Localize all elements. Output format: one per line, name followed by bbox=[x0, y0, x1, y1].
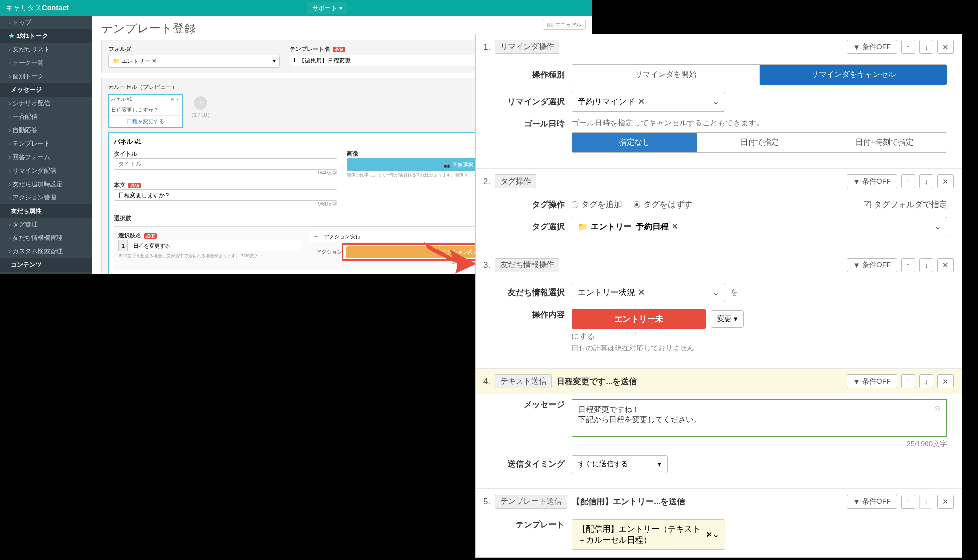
clear-icon[interactable]: ✕ bbox=[638, 97, 645, 107]
friend-info-select[interactable]: エントリー状況✕ ⌄ bbox=[572, 283, 725, 302]
panel-preview-card[interactable]: パネル #1⎘ ＋ 日程変更しますか？ 日程を変更する bbox=[108, 94, 183, 128]
clear-icon[interactable]: ✕ bbox=[672, 222, 678, 232]
operation-kind-segment[interactable]: リマインダを開始 リマインダをキャンセル bbox=[572, 64, 947, 85]
sidebar: トップ 1対1トーク 友だちリスト トーク一覧 個別トーク メッセージ シナリオ… bbox=[0, 16, 92, 274]
body-input[interactable] bbox=[114, 189, 337, 201]
seg-goal-date[interactable]: 日付で指定 bbox=[697, 133, 822, 152]
step-friend-info: 3. 友だち情報操作 ▼条件OFF ↑ ↓ ✕ 友だち情報選択 エントリー状況✕… bbox=[476, 252, 962, 369]
reminder-select[interactable]: 予約リマインド✕ ⌄ bbox=[572, 92, 725, 112]
chevron-down-icon: ⌄ bbox=[712, 530, 719, 540]
nav-media-list[interactable]: 登録メディア一覧 bbox=[0, 272, 92, 274]
nav-autoreply[interactable]: 自動応答 bbox=[0, 124, 92, 137]
emoji-icon[interactable]: ☺ bbox=[933, 404, 941, 413]
nav-individual-talk[interactable]: 個別トーク bbox=[0, 70, 92, 83]
checkbox-tag-folder[interactable]: タグフォルダで指定 bbox=[864, 199, 947, 210]
folder-select[interactable]: 📁 エントリー✕ ▾ bbox=[108, 55, 280, 68]
action-label: アクション bbox=[309, 249, 343, 256]
move-down-button[interactable]: ↓ bbox=[919, 374, 934, 388]
nav-custom-search[interactable]: カスタム検索管理 bbox=[0, 245, 92, 258]
seg-goal-datetime[interactable]: 日付+時刻で指定 bbox=[822, 133, 947, 152]
nav-friend-add-setting[interactable]: 友だち追加時設定 bbox=[0, 177, 92, 191]
condition-off-button[interactable]: ▼条件OFF bbox=[847, 174, 897, 188]
nav-section-message: メッセージ bbox=[0, 83, 92, 97]
message-textarea[interactable]: 日程変更ですね！ 下記から日程を変更してください。☺ bbox=[572, 399, 947, 437]
move-down-button[interactable]: ↓ bbox=[919, 174, 934, 188]
folder-icon: 📁 bbox=[113, 58, 120, 64]
panel-dup-icon[interactable]: ⎘ bbox=[171, 97, 174, 102]
body-field-label: 本文 必須 bbox=[114, 182, 141, 188]
nav-friend-list[interactable]: 友だちリスト bbox=[0, 43, 92, 56]
support-menu[interactable]: サポート ▾ bbox=[307, 2, 347, 14]
operation-content-label: 操作内容 bbox=[490, 309, 565, 320]
nav-scenario[interactable]: シナリオ配信 bbox=[0, 97, 92, 110]
change-dropdown[interactable]: 変更 ▾ bbox=[711, 310, 744, 328]
move-down-button[interactable]: ↓ bbox=[919, 40, 934, 54]
condition-off-button[interactable]: ▼条件OFF bbox=[847, 258, 897, 272]
manual-button[interactable]: 📖 マニュアル bbox=[543, 20, 586, 30]
delete-button[interactable]: ✕ bbox=[937, 258, 954, 272]
move-down-button[interactable]: ↓ bbox=[919, 258, 934, 272]
step-type-tag: タグ操作 bbox=[495, 174, 536, 188]
clear-icon[interactable]: ✕ bbox=[706, 530, 712, 540]
step-title: 【配信用】エントリー...を送信 bbox=[572, 496, 685, 507]
tag-operation-label: タグ操作 bbox=[490, 199, 565, 210]
seg-goal-none[interactable]: 指定なし bbox=[572, 133, 697, 152]
nav-reminder[interactable]: リマインダ配信 bbox=[0, 164, 92, 177]
move-up-button[interactable]: ↑ bbox=[901, 258, 915, 272]
chevron-down-icon: ▾ bbox=[658, 460, 661, 469]
step-type-tag: リマインダ操作 bbox=[495, 40, 559, 54]
radio-tag-add[interactable]: タグを追加 bbox=[572, 199, 622, 210]
nav-action-mgmt[interactable]: アクション管理 bbox=[0, 191, 92, 204]
delete-button[interactable]: ✕ bbox=[937, 174, 954, 188]
move-up-button[interactable]: ↑ bbox=[901, 40, 915, 54]
svg-marker-0 bbox=[423, 242, 476, 274]
delete-button[interactable]: ✕ bbox=[937, 495, 954, 509]
choice-name-input[interactable] bbox=[130, 240, 302, 251]
tag-select[interactable]: 📁 エントリー_予約日程✕ ⌄ bbox=[572, 217, 947, 236]
move-up-button[interactable]: ↑ bbox=[901, 495, 915, 509]
step-reminder: 1. リマインダ操作 ▼条件OFF ↑ ↓ ✕ 操作種別 リマインダを開始 リマ… bbox=[476, 34, 962, 169]
nav-section-content: コンテンツ bbox=[0, 258, 92, 272]
template-select[interactable]: 【配信用】エントリー（テキスト＋カルーセル日程） ✕ ⌄ bbox=[572, 519, 725, 550]
nav-talk-list[interactable]: トーク一覧 bbox=[0, 56, 92, 70]
move-down-button: ↓ bbox=[919, 495, 934, 509]
condition-off-button[interactable]: ▼条件OFF bbox=[847, 374, 897, 388]
friend-info-value: エントリー未 bbox=[572, 309, 706, 329]
nav-template[interactable]: テンプレート bbox=[0, 137, 92, 150]
filter-icon: ▼ bbox=[853, 177, 860, 186]
add-panel-button[interactable]: ＋ （1 / 10） bbox=[189, 94, 213, 119]
nav-1to1-talk[interactable]: 1対1トーク bbox=[0, 29, 92, 43]
condition-off-button[interactable]: ▼条件OFF bbox=[847, 495, 897, 509]
choice-note: ※10文字を超える場合、文が途中で途切れる場合があります。 7/20文字 bbox=[118, 253, 302, 259]
radio-tag-remove[interactable]: タグをはずす bbox=[634, 199, 692, 210]
filter-icon: ▼ bbox=[853, 377, 860, 386]
nav-friend-info-mgmt[interactable]: 友だち情報欄管理 bbox=[0, 231, 92, 245]
nav-section-friend-attr: 友だち属性 bbox=[0, 204, 92, 218]
nav-top[interactable]: トップ bbox=[0, 16, 92, 29]
move-up-button[interactable]: ↑ bbox=[901, 174, 915, 188]
suffix-nisuru: にする bbox=[572, 332, 947, 342]
title-counter: 0/40文字 bbox=[114, 170, 337, 176]
goal-date-segment[interactable]: 指定なし 日付で指定 日付+時刻で指定 bbox=[572, 132, 947, 153]
send-timing-select[interactable]: すぐに送信する▾ bbox=[572, 557, 668, 558]
condition-off-button[interactable]: ▼条件OFF bbox=[847, 40, 897, 54]
clear-icon[interactable]: ✕ bbox=[638, 287, 645, 298]
app-header: キャリタスContact サポート ▾ bbox=[0, 0, 592, 16]
panel-add-icon[interactable]: ＋ bbox=[175, 97, 180, 102]
nav-tag-mgmt[interactable]: タグ管理 bbox=[0, 218, 92, 231]
title-input[interactable] bbox=[114, 158, 337, 170]
folder-clear-icon[interactable]: ✕ bbox=[152, 58, 157, 64]
seg-reminder-cancel[interactable]: リマインダをキャンセル bbox=[760, 65, 947, 85]
action-settings-dialog: 1. リマインダ操作 ▼条件OFF ↑ ↓ ✕ 操作種別 リマインダを開始 リマ… bbox=[475, 34, 962, 558]
send-timing-select[interactable]: すぐに送信する▾ bbox=[572, 455, 668, 473]
title-field-label: タイトル bbox=[114, 150, 137, 157]
nav-answer-form[interactable]: 回答フォーム bbox=[0, 150, 92, 164]
nav-broadcast[interactable]: 一斉配信 bbox=[0, 110, 92, 124]
step-tag: 2. タグ操作 ▼条件OFF ↑ ↓ ✕ タグ操作 タグを追加 タグをはずす タ… bbox=[476, 169, 962, 252]
delete-button[interactable]: ✕ bbox=[937, 374, 954, 388]
step-type-tag: 友だち情報操作 bbox=[495, 258, 559, 272]
delete-button[interactable]: ✕ bbox=[937, 40, 954, 54]
seg-reminder-start[interactable]: リマインダを開始 bbox=[572, 65, 760, 85]
move-up-button[interactable]: ↑ bbox=[901, 374, 915, 388]
body-counter: 9/60文字 bbox=[114, 201, 337, 208]
